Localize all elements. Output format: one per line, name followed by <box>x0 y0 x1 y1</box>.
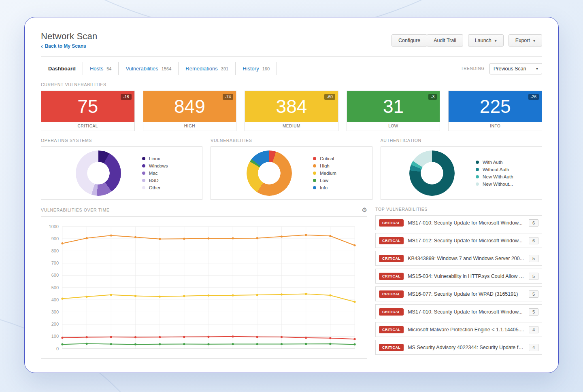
tabs: Dashboard Hosts 54 Vulnerabilities 1564 … <box>41 62 277 75</box>
tab-label: Remediations <box>185 66 218 72</box>
tab-vulnerabilities[interactable]: Vulnerabilities 1564 <box>118 62 179 75</box>
legend-label: Other <box>149 185 161 190</box>
operating-systems-donut <box>76 150 121 196</box>
legend-label: Windows <box>149 163 168 168</box>
donut-panel-labels: OPERATING SYSTEMS VULNERABILITIES AUTHEN… <box>41 138 542 143</box>
svg-text:800: 800 <box>51 248 59 253</box>
top-vulnerabilities-column: TOP VULNERABILITIES CRITICAL MS17-010: S… <box>375 200 542 359</box>
tab-remediations[interactable]: Remediations 391 <box>178 62 236 75</box>
legend-dot <box>313 179 316 182</box>
count-badge: 4 <box>529 326 538 333</box>
page-title: Network Scan <box>41 31 97 42</box>
legend-dot <box>142 164 145 167</box>
vulnerabilities-over-time-chart: 01002003004005006007008009001000 <box>44 221 362 355</box>
count-badge: 5 <box>529 273 538 280</box>
count-badge: 5 <box>529 290 538 298</box>
legend-item: Critical <box>313 156 336 161</box>
svg-text:1000: 1000 <box>49 224 59 229</box>
stat-card-medium[interactable]: -60 384 MEDIUM <box>245 91 338 131</box>
stat-label: INFO <box>449 122 542 131</box>
operating-systems-legend: Linux Windows Mac BSD Other <box>142 156 168 190</box>
stat-card-low[interactable]: -3 31 LOW <box>347 91 440 131</box>
back-to-my-scans-link[interactable]: ‹ Back to My Scans <box>41 43 86 49</box>
tab-label: Dashboard <box>48 66 76 72</box>
vulnerability-row[interactable]: CRITICAL MS17-012: Security Update for M… <box>375 233 542 248</box>
vulnerability-title: Microsoft Malware Protection Engine < 1.… <box>408 327 524 333</box>
vulnerability-title: MS15-034: Vulnerability in HTTP.sys Coul… <box>408 273 525 279</box>
over-time-chart-panel: 01002003004005006007008009001000 <box>41 216 367 359</box>
severity-badge: CRITICAL <box>379 290 404 298</box>
vulnerability-row[interactable]: CRITICAL MS16-077: Security Update for W… <box>375 286 542 301</box>
legend-dot <box>476 161 479 164</box>
legend-item: Medium <box>313 171 336 176</box>
legend-dot <box>313 186 316 189</box>
stat-value: 384 <box>276 95 307 117</box>
tab-label: Hosts <box>90 66 103 72</box>
stat-card-color-block: -26 225 <box>449 91 542 122</box>
authentication-label: AUTHENTICATION <box>381 138 542 143</box>
legend-item: Linux <box>142 156 168 161</box>
stat-label: HIGH <box>143 122 236 131</box>
audit-trail-button[interactable]: Audit Trail <box>427 34 463 47</box>
severity-badge: CRITICAL <box>379 255 404 262</box>
legend-item: Info <box>313 185 336 190</box>
vulnerabilities-panel: Critical High Medium Low Info <box>211 146 372 200</box>
stat-value: 225 <box>480 95 511 117</box>
stat-card-row: -18 75 CRITICAL -74 849 HIGH -60 384 MED… <box>41 91 542 131</box>
vulnerability-title: MS17-010: Security Update for Microsoft … <box>408 220 522 226</box>
app-header: Network Scan ‹ Back to My Scans Configur… <box>41 17 542 50</box>
vulnerabilities-legend: Critical High Medium Low Info <box>313 156 336 190</box>
configure-button[interactable]: Configure <box>392 34 427 47</box>
svg-text:0: 0 <box>56 346 59 351</box>
legend-item: New With Auth <box>476 174 513 179</box>
over-time-column: VULNERABILITIES OVER TIME ⚙ 010020030040… <box>41 200 367 359</box>
export-button-label: Export <box>515 38 530 43</box>
stat-card-high[interactable]: -74 849 HIGH <box>143 91 237 131</box>
svg-text:100: 100 <box>51 334 59 339</box>
legend-item: With Auth <box>476 160 513 165</box>
legend-label: Without Auth <box>483 167 509 172</box>
vulnerability-row[interactable]: CRITICAL MS17-010: Security Update for M… <box>375 215 542 230</box>
vulnerability-row[interactable]: CRITICAL MS17-010: Security Update for M… <box>375 304 542 319</box>
vulnerability-row[interactable]: CRITICAL MS15-034: Vulnerability in HTTP… <box>375 269 542 284</box>
count-badge: 5 <box>529 255 538 262</box>
tab-label: History <box>243 66 259 72</box>
count-badge: 4 <box>529 344 538 351</box>
legend-label: Critical <box>320 156 334 161</box>
legend-dot <box>142 179 145 182</box>
stat-card-info[interactable]: -26 225 INFO <box>448 91 542 131</box>
authentication-panel: With Auth Without Auth New With Auth New… <box>381 146 542 200</box>
vulnerability-row[interactable]: CRITICAL KB4343899: Windows 7 and Window… <box>375 251 542 266</box>
app-window: Network Scan ‹ Back to My Scans Configur… <box>24 17 559 373</box>
tab-history[interactable]: History 160 <box>235 62 277 75</box>
vulnerabilities-donut <box>247 150 292 196</box>
delta-badge: -26 <box>528 94 539 100</box>
tab-count: 160 <box>262 66 270 71</box>
vulnerability-row[interactable]: CRITICAL Microsoft Malware Protection En… <box>375 322 542 337</box>
authentication-donut <box>409 150 455 196</box>
severity-badge: CRITICAL <box>379 237 404 244</box>
launch-button[interactable]: Launch ▾ <box>468 34 504 47</box>
stat-card-critical[interactable]: -18 75 CRITICAL <box>41 91 135 131</box>
vulnerability-title: MS16-077: Security Update for WPAD (3165… <box>408 291 518 297</box>
stat-card-color-block: -74 849 <box>143 91 236 122</box>
trending-select[interactable]: Previous Scan ▾ <box>489 63 542 74</box>
delta-badge: -60 <box>324 94 335 100</box>
tab-hosts[interactable]: Hosts 54 <box>83 62 119 75</box>
legend-dot <box>476 182 479 186</box>
bottom-row: VULNERABILITIES OVER TIME ⚙ 010020030040… <box>41 200 542 359</box>
export-button[interactable]: Export ▾ <box>509 34 542 47</box>
tab-dashboard[interactable]: Dashboard <box>41 62 83 75</box>
settings-icon[interactable]: ⚙ <box>362 207 367 213</box>
vulnerability-row[interactable]: CRITICAL MS Security Advisory 4022344: S… <box>375 340 542 355</box>
severity-badge: CRITICAL <box>379 308 404 316</box>
legend-item: Without Auth <box>476 167 513 172</box>
chevron-down-icon: ▾ <box>495 38 497 43</box>
legend-item: New Without... <box>476 182 513 186</box>
svg-text:600: 600 <box>51 273 59 278</box>
legend-item: Low <box>313 178 336 183</box>
tab-count: 391 <box>221 66 228 71</box>
vulnerability-title: KB4343899: Windows 7 and Windows Server … <box>408 256 524 261</box>
stat-label: MEDIUM <box>245 122 338 131</box>
vulnerability-title: MS17-010: Security Update for Microsoft … <box>408 309 522 315</box>
